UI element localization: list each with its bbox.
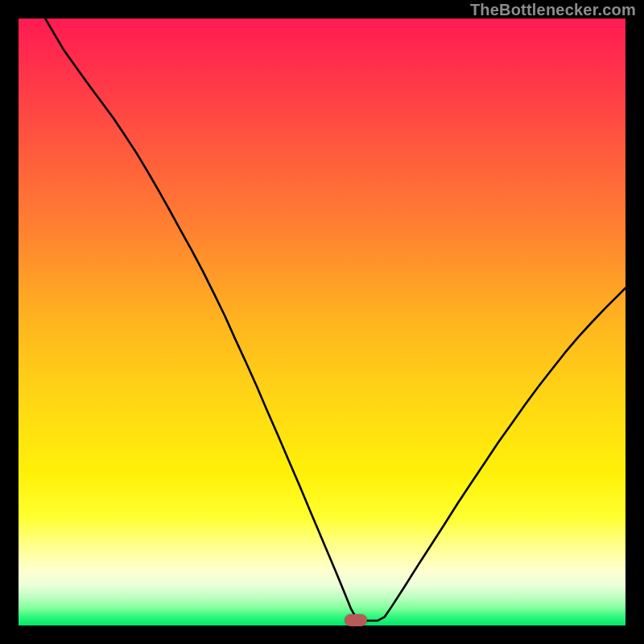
watermark-text: TheBottlenecker.com [470, 1, 636, 19]
current-point-marker [345, 614, 367, 626]
line-chart [0, 0, 644, 644]
chart-stage: { "watermark": { "text": "TheBottlenecke… [0, 0, 644, 644]
plot-background [19, 19, 625, 625]
